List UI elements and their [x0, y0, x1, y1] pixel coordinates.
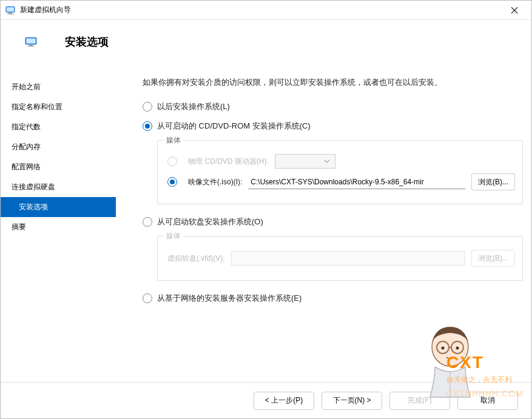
- header-icon: [25, 37, 37, 47]
- svg-rect-7: [27, 46, 35, 47]
- group-title: 媒体: [164, 231, 183, 241]
- titlebar: 新建虚拟机向导: [1, 1, 531, 20]
- step-name-location[interactable]: 指定名称和位置: [1, 97, 116, 117]
- radio-icon: [167, 156, 177, 166]
- step-install-options[interactable]: 安装选项: [1, 197, 116, 217]
- step-before-begin[interactable]: 开始之前: [1, 77, 116, 97]
- content-panel: 如果你拥有对安装介质的访问权限，则可以立即安装操作系统，或者也可在以后安装。 以…: [116, 64, 531, 382]
- wizard-window: 新建虚拟机向导 安装选项 开始之前 指定名称和位置 指定代数 分配内存 配置网络…: [0, 0, 532, 419]
- close-icon: [511, 7, 518, 14]
- floppy-row: 虚拟软盘(.vfd)(V): 浏览(B)...: [167, 250, 515, 267]
- intro-text: 如果你拥有对安装介质的访问权限，则可以立即安装操作系统，或者也可在以后安装。: [143, 77, 523, 88]
- floppy-label: 虚拟软盘(.vfd)(V):: [167, 253, 225, 264]
- svg-rect-6: [29, 45, 33, 46]
- option-install-floppy[interactable]: 从可启动软盘安装操作系统(O): [143, 216, 523, 227]
- cancel-button[interactable]: 取消: [457, 392, 518, 410]
- option-install-network[interactable]: 从基于网络的安装服务器安装操作系统(E): [143, 293, 523, 304]
- option-label: 从基于网络的安装服务器安装操作系统(E): [157, 293, 301, 304]
- svg-rect-3: [7, 13, 13, 14]
- page-title: 安装选项: [65, 35, 109, 49]
- floppy-path-input: [231, 251, 465, 266]
- step-summary[interactable]: 摘要: [1, 217, 116, 237]
- svg-rect-5: [27, 39, 36, 44]
- option-label: 以后安装操作系统(L): [157, 101, 230, 112]
- floppy-group: 媒体 虚拟软盘(.vfd)(V): 浏览(B)...: [157, 236, 523, 281]
- app-icon: [5, 5, 15, 15]
- step-vhd[interactable]: 连接虚拟硬盘: [1, 177, 116, 197]
- svg-rect-2: [8, 13, 12, 14]
- option-install-later[interactable]: 以后安装操作系统(L): [143, 101, 523, 112]
- radio-icon: [143, 102, 152, 112]
- svg-rect-1: [7, 7, 14, 12]
- option-iso-file[interactable]: 映像文件(.iso)(I): 浏览(B)...: [167, 173, 515, 190]
- chevron-down-icon: [324, 159, 330, 163]
- physical-drive-dropdown: [275, 154, 335, 169]
- browse-iso-button[interactable]: 浏览(B)...: [471, 173, 515, 190]
- browse-floppy-button: 浏览(B)...: [471, 250, 515, 267]
- option-label: 从可启动软盘安装操作系统(O): [157, 216, 263, 227]
- wizard-header: 安装选项: [1, 20, 531, 64]
- option-install-cd[interactable]: 从可启动的 CD/DVD-ROM 安装操作系统(C): [143, 121, 523, 132]
- step-memory[interactable]: 分配内存: [1, 137, 116, 157]
- option-label: 物理 CD/DVD 驱动器(H):: [188, 156, 269, 167]
- next-button[interactable]: 下一页(N) >: [322, 392, 382, 410]
- step-network[interactable]: 配置网络: [1, 157, 116, 177]
- radio-icon: [143, 217, 152, 227]
- radio-icon: [143, 293, 152, 303]
- step-generation[interactable]: 指定代数: [1, 117, 116, 137]
- radio-icon: [167, 177, 177, 187]
- iso-path-input[interactable]: [248, 175, 465, 189]
- option-label: 映像文件(.iso)(I):: [188, 177, 242, 187]
- close-button[interactable]: [502, 1, 527, 19]
- finish-button: 完成(F): [389, 392, 450, 410]
- media-group: 媒体 物理 CD/DVD 驱动器(H): 映像文件(.iso)(I): 浏览(B…: [157, 140, 523, 204]
- option-label: 从可启动的 CD/DVD-ROM 安装操作系统(C): [157, 121, 311, 132]
- wizard-body: 开始之前 指定名称和位置 指定代数 分配内存 配置网络 连接虚拟硬盘 安装选项 …: [1, 64, 531, 382]
- group-title: 媒体: [164, 135, 183, 146]
- window-title: 新建虚拟机向导: [20, 5, 502, 15]
- prev-button[interactable]: < 上一步(P): [254, 392, 314, 410]
- wizard-footer: < 上一步(P) 下一页(N) > 完成(F) 取消: [1, 382, 531, 418]
- steps-sidebar: 开始之前 指定名称和位置 指定代数 分配内存 配置网络 连接虚拟硬盘 安装选项 …: [1, 64, 116, 382]
- radio-icon: [143, 121, 152, 131]
- option-physical-drive[interactable]: 物理 CD/DVD 驱动器(H):: [167, 154, 515, 169]
